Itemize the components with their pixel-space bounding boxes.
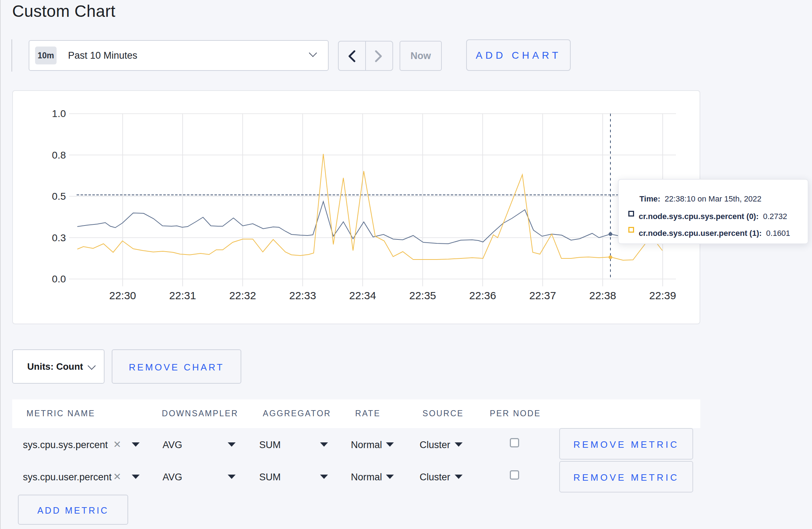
svg-text:22:37: 22:37: [529, 290, 556, 301]
svg-text:22:33: 22:33: [289, 290, 316, 301]
svg-text:0.0: 0.0: [52, 273, 66, 285]
svg-text:22:30: 22:30: [109, 290, 136, 301]
svg-text:22:31: 22:31: [169, 290, 196, 301]
svg-text:22:35: 22:35: [409, 290, 436, 301]
svg-text:22:34: 22:34: [349, 290, 376, 301]
svg-text:22:39: 22:39: [649, 290, 676, 301]
svg-text:22:36: 22:36: [469, 290, 496, 301]
svg-text:1.0: 1.0: [52, 108, 66, 119]
svg-text:0.5: 0.5: [52, 191, 66, 202]
svg-text:22:32: 22:32: [229, 290, 256, 301]
svg-text:0.3: 0.3: [52, 232, 66, 243]
svg-text:0.8: 0.8: [52, 150, 66, 161]
svg-text:22:38: 22:38: [589, 290, 616, 301]
